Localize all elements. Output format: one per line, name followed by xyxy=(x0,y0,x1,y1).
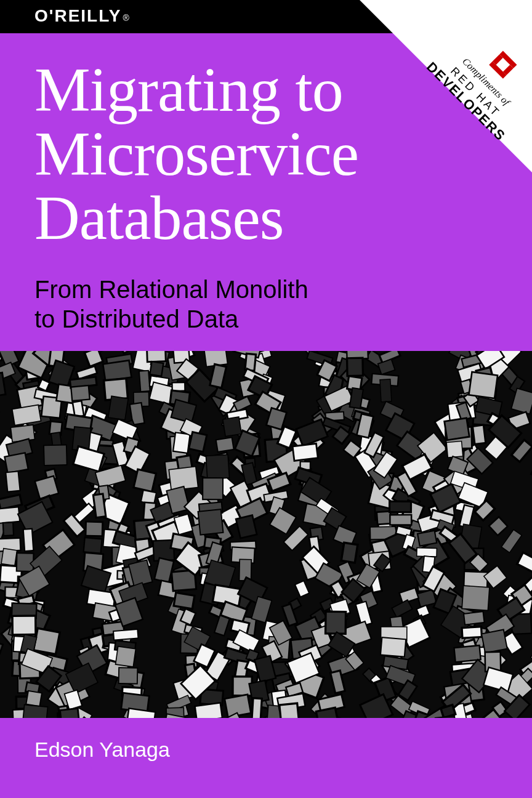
subtitle-line1: From Relational Monolith xyxy=(34,275,308,304)
svg-rect-252 xyxy=(116,647,136,667)
title-line1: Migrating to xyxy=(34,58,358,122)
svg-rect-259 xyxy=(150,361,163,376)
svg-rect-82 xyxy=(26,691,42,706)
svg-rect-365 xyxy=(216,437,234,452)
compliments-text: Compliments of xyxy=(430,25,532,137)
svg-rect-720 xyxy=(446,441,463,457)
publisher-registered: ® xyxy=(123,13,129,23)
svg-rect-603 xyxy=(381,637,406,657)
svg-rect-129 xyxy=(12,616,36,635)
svg-rect-758 xyxy=(482,630,507,653)
title-line3: Databases xyxy=(34,186,358,250)
svg-rect-368 xyxy=(203,478,223,499)
subtitle-line2: to Distributed Data xyxy=(34,304,308,334)
svg-rect-520 xyxy=(377,511,392,525)
svg-rect-618 xyxy=(390,501,411,512)
svg-rect-98 xyxy=(23,529,34,551)
svg-rect-588 xyxy=(380,379,392,402)
book-title: Migrating to Microservice Databases xyxy=(34,58,358,250)
svg-rect-196 xyxy=(84,538,102,554)
svg-rect-64 xyxy=(10,425,34,442)
svg-rect-647 xyxy=(417,531,437,546)
svg-rect-288 xyxy=(189,432,207,451)
svg-rect-253 xyxy=(119,667,138,683)
svg-rect-467 xyxy=(292,443,318,461)
svg-rect-648 xyxy=(417,548,437,557)
svg-rect-163 xyxy=(71,385,90,401)
svg-rect-678 xyxy=(464,611,484,624)
svg-rect-70 xyxy=(3,522,14,536)
svg-rect-93 xyxy=(44,445,67,465)
svg-rect-677 xyxy=(462,586,490,610)
svg-rect-681 xyxy=(454,645,480,662)
publisher-logo: O'REILLY® xyxy=(34,6,129,26)
publisher-name: O'REILLY xyxy=(34,6,121,25)
svg-rect-194 xyxy=(93,494,105,518)
svg-rect-215 xyxy=(134,469,156,491)
svg-rect-563 xyxy=(350,388,363,409)
svg-rect-370 xyxy=(198,509,224,535)
title-line2: Microservice xyxy=(34,122,358,186)
svg-rect-264 xyxy=(173,432,190,453)
svg-rect-306 xyxy=(195,703,223,718)
svg-rect-187 xyxy=(139,371,150,392)
svg-rect-211 xyxy=(108,396,128,420)
svg-rect-0 xyxy=(486,47,521,83)
book-subtitle: From Relational Monolith to Distributed … xyxy=(34,275,308,334)
svg-rect-72 xyxy=(1,549,17,566)
svg-rect-640 xyxy=(473,425,486,444)
svg-rect-298 xyxy=(174,592,195,609)
svg-rect-3 xyxy=(493,54,503,65)
svg-rect-364 xyxy=(223,417,241,437)
cover-art-mosaic xyxy=(0,351,532,718)
svg-rect-66 xyxy=(4,453,28,473)
sponsor-line1: RED HAT xyxy=(419,36,531,148)
svg-rect-508 xyxy=(280,703,299,718)
svg-rect-104 xyxy=(33,628,60,654)
svg-rect-679 xyxy=(462,627,482,638)
svg-rect-719 xyxy=(445,418,470,440)
svg-rect-431 xyxy=(252,698,262,718)
svg-rect-561 xyxy=(347,358,363,376)
svg-rect-183 xyxy=(60,708,79,718)
svg-rect-551 xyxy=(326,611,346,634)
svg-rect-742 xyxy=(469,372,498,398)
sponsor-name: RED HAT DEVELOPERS xyxy=(409,36,531,158)
svg-rect-367 xyxy=(206,454,229,479)
svg-rect-4 xyxy=(503,65,514,75)
svg-rect-69 xyxy=(0,507,20,523)
svg-rect-474 xyxy=(341,542,358,563)
svg-rect-2 xyxy=(489,61,506,78)
redhat-logo-icon xyxy=(486,47,521,83)
top-bar: O'REILLY® xyxy=(0,0,532,33)
sponsor-line2: DEVELOPERS xyxy=(409,44,523,159)
svg-rect-83 xyxy=(23,704,48,718)
svg-rect-195 xyxy=(86,522,103,536)
svg-rect-67 xyxy=(6,471,20,491)
svg-rect-619 xyxy=(390,515,411,525)
svg-rect-250 xyxy=(113,629,138,640)
svg-rect-395 xyxy=(236,515,257,539)
svg-rect-1 xyxy=(499,51,517,68)
svg-rect-258 xyxy=(147,351,166,362)
author-name: Edson Yanaga xyxy=(34,738,170,762)
